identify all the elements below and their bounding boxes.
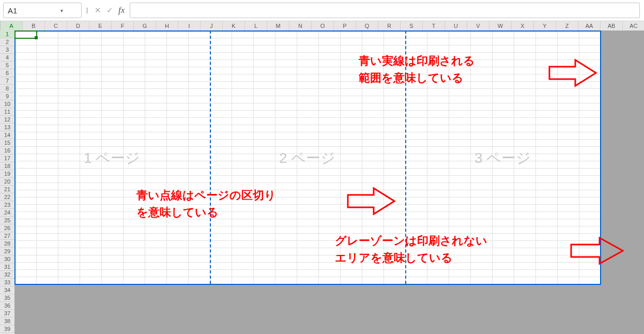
row-header-23[interactable]: 23 [0, 201, 14, 209]
row-header-16[interactable]: 16 [0, 147, 14, 155]
row-header-32[interactable]: 32 [0, 271, 14, 279]
col-header-U[interactable]: U [445, 21, 467, 31]
row-header-6[interactable]: 6 [0, 69, 14, 77]
col-header-C[interactable]: C [45, 21, 67, 31]
formula-input[interactable] [130, 3, 640, 18]
row-header-26[interactable]: 26 [0, 224, 14, 232]
row-header-25[interactable]: 25 [0, 217, 14, 224]
row-header-21[interactable]: 21 [0, 186, 14, 193]
row-header-2[interactable]: 2 [0, 38, 14, 46]
row-header-10[interactable]: 10 [0, 100, 14, 108]
row-header-22[interactable]: 22 [0, 193, 14, 201]
row-header-3[interactable]: 3 [0, 46, 14, 54]
col-header-AA[interactable]: AA [578, 21, 601, 31]
row-header-33[interactable]: 33 [0, 279, 14, 286]
row-header-31[interactable]: 31 [0, 263, 14, 271]
col-header-M[interactable]: M [267, 21, 289, 31]
row-header-18[interactable]: 18 [0, 162, 14, 170]
col-header-I[interactable]: I [178, 21, 201, 31]
row-header-7[interactable]: 7 [0, 77, 14, 85]
col-header-X[interactable]: X [512, 21, 534, 31]
row-header-13[interactable]: 13 [0, 124, 14, 131]
col-header-P[interactable]: P [334, 21, 356, 31]
col-header-E[interactable]: E [89, 21, 112, 31]
col-header-D[interactable]: D [67, 21, 89, 31]
row-header-29[interactable]: 29 [0, 248, 14, 255]
row-header-24[interactable]: 24 [0, 209, 14, 217]
col-header-G[interactable]: G [134, 21, 156, 31]
chevron-down-icon[interactable]: ▾ [42, 8, 81, 13]
row-header-4[interactable]: 4 [0, 54, 14, 62]
row-header-5[interactable]: 5 [0, 62, 14, 69]
row-header-35[interactable]: 35 [0, 294, 14, 302]
col-header-K[interactable]: K [223, 21, 245, 31]
name-box[interactable]: A1 ▾ [3, 3, 82, 18]
col-header-B[interactable]: B [23, 21, 45, 31]
col-header-Q[interactable]: Q [356, 21, 378, 31]
print-area-bg [14, 31, 601, 284]
row-headers: 1234567891011121314151617181920212223242… [0, 31, 15, 334]
grid[interactable]: 1 ページ2 ページ3 ページ 青い実線は印刷される範囲を意味している 青い点線… [14, 31, 644, 334]
cancel-icon[interactable]: ✕ [95, 6, 101, 15]
row-header-39[interactable]: 39 [0, 325, 14, 333]
col-header-T[interactable]: T [423, 21, 445, 31]
col-header-AB[interactable]: AB [601, 21, 623, 31]
row-header-28[interactable]: 28 [0, 240, 14, 248]
col-header-Y[interactable]: Y [534, 21, 556, 31]
col-header-L[interactable]: L [245, 21, 267, 31]
col-header-F[interactable]: F [112, 21, 134, 31]
formula-bar: A1 ▾ ⁞ ✕ ✓ fx [0, 0, 644, 21]
col-header-A[interactable]: A [1, 21, 23, 31]
col-header-S[interactable]: S [401, 21, 423, 31]
col-header-O[interactable]: O [312, 21, 334, 31]
row-header-12[interactable]: 12 [0, 116, 14, 124]
col-header-V[interactable]: V [467, 21, 489, 31]
col-header-Z[interactable]: Z [556, 21, 578, 31]
drag-handle-icon[interactable]: ⁞ [85, 6, 89, 16]
sheet-area: ABCDEFGHIJKLMNOPQRSTUVWXYZAAABAC 1234567… [0, 21, 644, 334]
col-header-H[interactable]: H [156, 21, 178, 31]
row-header-30[interactable]: 30 [0, 255, 14, 263]
row-header-34[interactable]: 34 [0, 286, 14, 294]
confirm-icon[interactable]: ✓ [106, 6, 113, 15]
row-header-17[interactable]: 17 [0, 155, 14, 162]
row-header-20[interactable]: 20 [0, 178, 14, 186]
row-header-37[interactable]: 37 [0, 310, 14, 317]
row-header-11[interactable]: 11 [0, 108, 14, 116]
fx-icon[interactable]: fx [118, 5, 125, 16]
col-header-AC[interactable]: AC [623, 21, 644, 31]
row-header-14[interactable]: 14 [0, 131, 14, 139]
row-header-8[interactable]: 8 [0, 85, 14, 93]
active-cell[interactable] [14, 31, 37, 39]
col-header-J[interactable]: J [201, 21, 223, 31]
row-header-36[interactable]: 36 [0, 302, 14, 310]
col-header-N[interactable]: N [289, 21, 312, 31]
row-header-38[interactable]: 38 [0, 317, 14, 325]
row-header-27[interactable]: 27 [0, 232, 14, 240]
column-headers: ABCDEFGHIJKLMNOPQRSTUVWXYZAAABAC [0, 21, 644, 31]
row-header-19[interactable]: 19 [0, 170, 14, 178]
col-header-R[interactable]: R [378, 21, 401, 31]
col-header-W[interactable]: W [489, 21, 512, 31]
name-box-value: A1 [4, 6, 42, 15]
formula-controls: ✕ ✓ fx [93, 5, 127, 16]
row-header-1[interactable]: 1 [0, 31, 14, 38]
row-header-15[interactable]: 15 [0, 139, 14, 147]
row-header-9[interactable]: 9 [0, 93, 14, 100]
